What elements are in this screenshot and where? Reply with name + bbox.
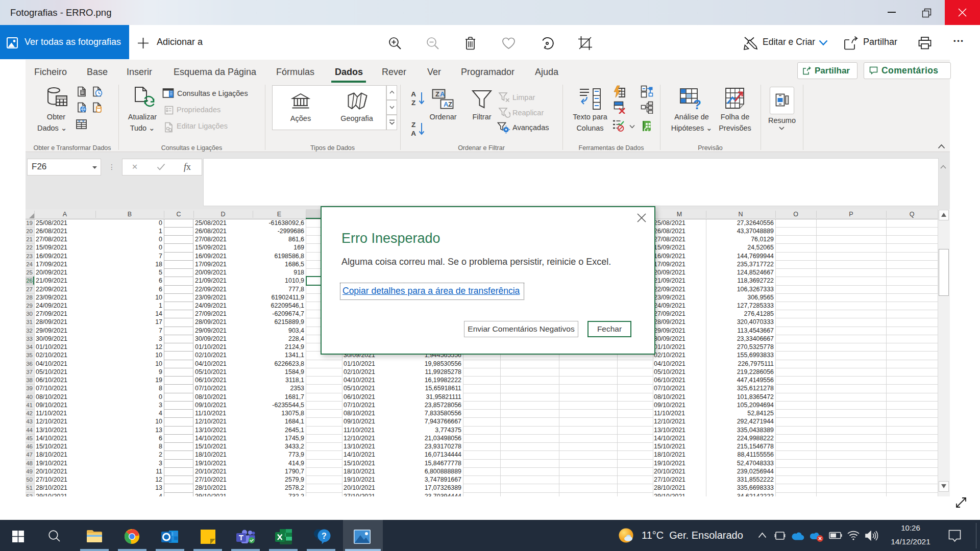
svg-text:A: A [440,90,445,98]
svg-text:?: ? [322,532,327,540]
svg-text:Z: Z [448,101,452,108]
svg-text:Z: Z [435,90,439,98]
svg-text:?: ? [693,97,701,110]
